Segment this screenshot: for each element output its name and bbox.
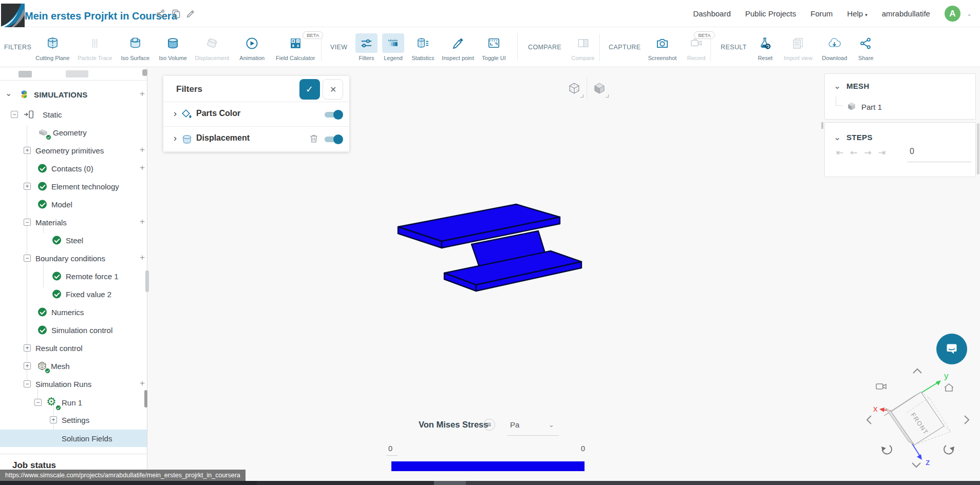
add-icon[interactable] (138, 146, 147, 155)
chevron-down-icon[interactable] (5, 91, 12, 98)
sidebar-splitter-handle[interactable] (145, 270, 149, 292)
nav-dashboard[interactable]: Dashboard (693, 9, 730, 18)
legend-min-value[interactable]: 0 (388, 444, 392, 453)
collapse-icon[interactable] (24, 255, 31, 262)
tree-row-fixed-value[interactable]: Fixed value 2 (0, 285, 147, 303)
parts-color-toggle[interactable] (325, 110, 342, 120)
right-panel-splitter-handle[interactable] (821, 122, 823, 129)
statistics-button[interactable]: Statistics (407, 27, 439, 67)
delete-filter-icon[interactable] (308, 133, 319, 144)
next-step-icon[interactable]: → (864, 147, 872, 158)
roll-ccw-icon[interactable] (881, 445, 892, 454)
tree-row-geometry[interactable]: Geometry (0, 124, 147, 141)
nav-help[interactable]: Help▾ (847, 9, 867, 18)
view-cube[interactable]: FRONT (884, 392, 951, 445)
add-simulation-icon[interactable] (138, 90, 147, 99)
tree-row-model[interactable]: Model (0, 196, 147, 213)
iso-surface-button[interactable]: Iso Surface (116, 27, 154, 67)
screenshot-button[interactable]: Screenshot (645, 27, 680, 67)
unit-select[interactable]: Pa (510, 420, 519, 429)
cutting-plane-button[interactable]: Cutting Plane (31, 27, 73, 67)
filter-row-displacement[interactable]: Displacement (163, 127, 349, 151)
tree-row-geometry-primitives[interactable]: Geometry primitives (0, 142, 147, 159)
tree-row-result-control[interactable]: Result control (0, 339, 147, 357)
roll-cw-icon[interactable] (944, 445, 954, 454)
legend-button[interactable]: Legend (380, 27, 407, 67)
expand-icon[interactable] (50, 416, 57, 423)
chevron-down-icon[interactable] (834, 135, 841, 140)
add-icon[interactable] (138, 218, 147, 227)
tree-row-element-technology[interactable]: Element technology (0, 178, 147, 195)
tree-row-simulation-control[interactable]: Simulation control (0, 321, 147, 339)
tree-row-contacts[interactable]: Contacts (0) (0, 160, 147, 177)
tree-row-solution-fields[interactable]: Solution Fields (0, 430, 147, 447)
collapse-icon[interactable] (34, 399, 42, 406)
copy-project-icon[interactable] (171, 9, 181, 19)
tree-row-run-1[interactable]: Run 1 (0, 394, 147, 411)
displacement-toggle[interactable] (325, 134, 342, 144)
displacement-button[interactable]: Displacement (192, 27, 232, 67)
expand-icon[interactable] (24, 147, 31, 154)
tree-row-numerics[interactable]: Numerics (0, 303, 147, 321)
share-button[interactable]: Share (853, 27, 879, 67)
collapse-icon[interactable] (11, 111, 18, 118)
inspect-point-button[interactable]: Inspect point (439, 27, 477, 67)
add-icon[interactable] (138, 164, 147, 173)
rotate-up-icon[interactable] (913, 369, 921, 373)
part-label[interactable]: Part 1 (861, 103, 882, 111)
tree-row-settings[interactable]: Settings (0, 411, 147, 429)
scrollbar-thumb[interactable] (434, 481, 466, 485)
chevron-down-icon[interactable]: ⌄ (549, 421, 554, 429)
collapse-icon[interactable] (24, 219, 31, 226)
reset-button[interactable]: Reset (751, 27, 780, 67)
tree-row-steel[interactable]: Steel (0, 231, 147, 249)
rotate-down-icon[interactable] (912, 463, 920, 467)
toggle-ui-button[interactable]: Toggle UI (477, 27, 511, 67)
tree-row-mesh[interactable]: Mesh (0, 357, 147, 375)
first-step-icon[interactable]: ⇤ (836, 147, 843, 158)
add-icon[interactable] (138, 254, 147, 263)
edit-title-icon[interactable] (185, 9, 196, 19)
tree-row-boundary-conditions[interactable]: Boundary conditions (0, 249, 147, 267)
previous-step-icon[interactable]: ← (850, 147, 857, 158)
simscale-logo[interactable] (1, 4, 25, 27)
expand-icon[interactable] (24, 344, 31, 352)
nav-public-projects[interactable]: Public Projects (745, 9, 796, 18)
tree-row-static[interactable]: Static (0, 106, 147, 123)
filter-row-parts-color[interactable]: Parts Color (163, 102, 349, 127)
home-view-icon[interactable] (945, 384, 953, 391)
legend-menu-button[interactable] (483, 419, 495, 431)
nav-forum[interactable]: Forum (811, 9, 833, 18)
account-chevron-icon[interactable]: ⌄ (967, 10, 972, 17)
field-calculator-button[interactable]: BETA Field Calculator (272, 27, 319, 67)
expand-icon[interactable] (24, 362, 31, 370)
rotate-right-icon[interactable] (965, 416, 969, 424)
chevron-right-icon[interactable] (174, 133, 177, 144)
download-button[interactable]: Download (817, 27, 853, 67)
add-run-icon[interactable] (138, 379, 147, 389)
tree-row-materials[interactable]: Materials (0, 214, 147, 231)
share-project-icon[interactable] (156, 9, 166, 19)
shaded-cube-button[interactable] (587, 77, 612, 100)
close-filters-button[interactable] (323, 79, 343, 100)
compare-button[interactable]: Compare (567, 27, 599, 67)
tree-row-simulation-runs[interactable]: Simulation Runs (0, 375, 147, 393)
expand-icon[interactable] (24, 183, 31, 190)
username[interactable]: amrabdullatife (882, 9, 930, 18)
sidebar-scrollbar-thumb[interactable] (142, 69, 147, 76)
wireframe-cube-button[interactable] (561, 77, 587, 100)
chevron-down-icon[interactable] (834, 84, 841, 88)
import-view-button[interactable]: Import view (780, 27, 817, 67)
right-panel-scrollbar-thumb[interactable] (977, 123, 979, 174)
tree-row-simulations[interactable]: SIMULATIONS (0, 86, 147, 103)
animation-button[interactable]: Animation (232, 27, 272, 67)
record-button[interactable]: BETA Record (680, 27, 713, 67)
chevron-right-icon[interactable] (174, 108, 177, 119)
filters-button[interactable]: Filters (354, 27, 380, 67)
camera-view-icon[interactable] (876, 384, 886, 389)
apply-filters-button[interactable] (299, 79, 320, 100)
last-step-icon[interactable]: ⇥ (878, 147, 885, 158)
tree-row-remote-force[interactable]: Remote force 1 (0, 267, 147, 285)
collapse-icon[interactable] (24, 380, 31, 387)
avatar[interactable]: A (945, 6, 960, 22)
